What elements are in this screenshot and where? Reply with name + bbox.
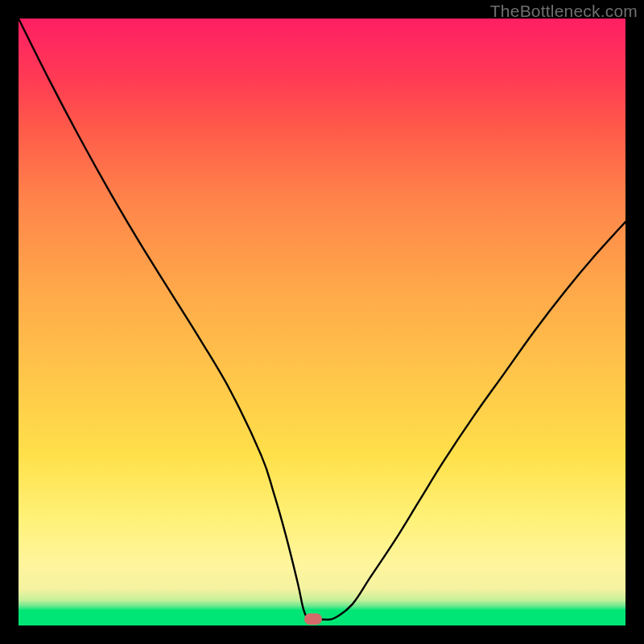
curve-svg xyxy=(19,19,625,625)
bottleneck-curve xyxy=(19,19,625,620)
minimum-marker xyxy=(304,613,322,625)
chart-stage: TheBottleneck.com xyxy=(0,0,644,644)
plot-area xyxy=(19,19,625,625)
